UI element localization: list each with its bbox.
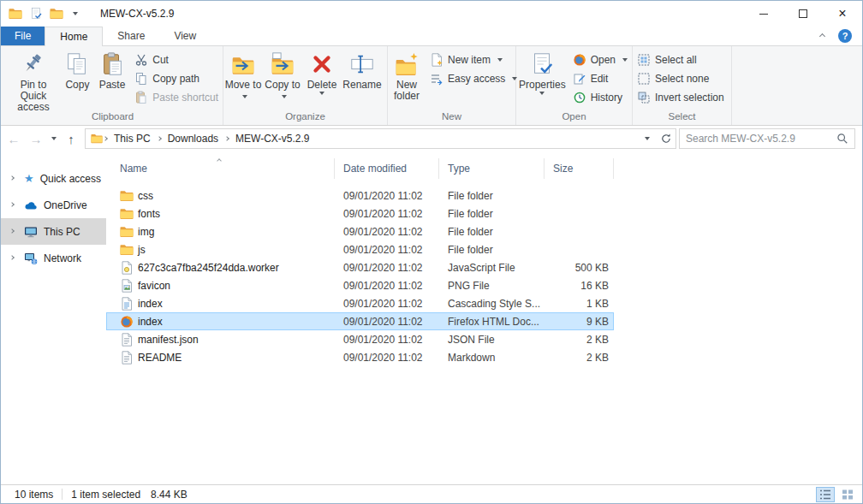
qat-customize-chevron-icon[interactable] (73, 12, 78, 15)
edit-button[interactable]: Edit (568, 69, 632, 88)
copy-to-label: Copy to (265, 79, 300, 91)
new-item-button[interactable]: New item (426, 50, 521, 69)
sidebar-item-onedrive[interactable]: OneDrive (1, 192, 106, 218)
properties-button[interactable]: Properties (516, 48, 568, 110)
thumbnails-view-icon (841, 488, 854, 501)
cut-icon (134, 53, 148, 67)
table-row[interactable]: 627c3ca7fba245f24dda.worker 09/01/2020 1… (106, 258, 614, 276)
address-bar[interactable]: This PC Downloads MEW-CX-v5.2.9 (85, 128, 676, 149)
expander-chevron-icon[interactable] (9, 175, 15, 181)
move-to-button[interactable]: Move to (223, 48, 263, 110)
expander-chevron-icon[interactable] (9, 228, 15, 234)
table-row[interactable]: favicon 09/01/2020 11:02 PNG File 16 KB (106, 276, 614, 294)
file-date: 09/01/2020 11:02 (335, 280, 439, 292)
rename-button[interactable]: Rename (342, 48, 383, 110)
search-box (679, 128, 855, 149)
new-folder-shortcut-icon[interactable] (50, 7, 63, 21)
expander-chevron-icon[interactable] (9, 255, 15, 260)
table-row[interactable]: img 09/01/2020 11:02 File folder (106, 222, 614, 240)
select-all-icon (637, 53, 651, 67)
new-item-label: New item (448, 54, 491, 66)
tab-file[interactable]: File (1, 27, 45, 45)
search-icon[interactable] (836, 133, 848, 145)
copy-path-button[interactable]: Copy path (130, 69, 223, 88)
items-count: 10 items (15, 489, 53, 501)
column-header-type[interactable]: Type (439, 158, 545, 179)
copy-label: Copy (65, 80, 89, 91)
column-header-size[interactable]: Size (545, 158, 614, 179)
column-header-date-modified[interactable]: Date modified (335, 158, 439, 179)
delete-icon (309, 51, 335, 77)
folder-icon (120, 207, 134, 221)
history-button[interactable]: History (568, 88, 632, 107)
pin-to-quick-access-button[interactable]: Pin to Quick access (6, 48, 61, 110)
refresh-button[interactable] (657, 129, 676, 148)
tab-home[interactable]: Home (45, 27, 103, 46)
chevron-down-icon (319, 92, 324, 95)
table-row[interactable]: fonts 09/01/2020 11:02 File folder (106, 205, 614, 222)
invert-selection-button[interactable]: Invert selection (633, 88, 729, 107)
sidebar-item-label: This PC (44, 226, 80, 238)
breadcrumb-this-pc[interactable]: This PC (108, 133, 157, 145)
file-name: manifest.json (138, 334, 199, 346)
sidebar-item-this-pc[interactable]: This PC (1, 218, 106, 245)
minimize-button[interactable] (744, 1, 783, 27)
recent-locations-button[interactable] (47, 127, 60, 150)
help-icon[interactable]: ? (838, 29, 852, 43)
copy-button[interactable]: Copy (61, 48, 94, 110)
open-button[interactable]: Open (568, 50, 632, 69)
sidebar-item-network[interactable]: Network (1, 245, 106, 271)
table-row[interactable]: js 09/01/2020 11:02 File folder (106, 240, 614, 258)
sidebar-item-label: Network (44, 252, 81, 264)
maximize-button[interactable] (783, 1, 823, 27)
sidebar-item-quick-access[interactable]: ★ Quick access (1, 165, 106, 192)
file-type: Markdown (439, 352, 545, 364)
tab-view[interactable]: View (159, 27, 211, 45)
window-title: MEW-CX-v5.2.9 (100, 8, 174, 20)
delete-button[interactable]: Delete (302, 48, 342, 110)
table-row[interactable]: css 09/01/2020 11:02 File folder (106, 187, 614, 205)
breadcrumb-downloads[interactable]: Downloads (162, 133, 224, 145)
chevron-down-icon (51, 137, 57, 140)
chevron-right-icon (158, 137, 161, 140)
file-type: File folder (439, 244, 545, 256)
thumbnails-view-button[interactable] (838, 487, 857, 502)
tab-share[interactable]: Share (103, 27, 159, 45)
navigation-pane: ★ Quick access OneDrive This PC Network (1, 151, 106, 484)
delete-label: Delete (307, 80, 337, 91)
properties-shortcut-icon[interactable] (29, 7, 43, 21)
copy-path-icon (134, 72, 148, 86)
file-name: README (138, 352, 182, 364)
copy-to-icon (270, 51, 295, 77)
table-row[interactable]: README 09/01/2020 11:02 Markdown 2 KB (106, 348, 614, 366)
new-group-label: New (388, 110, 515, 125)
breadcrumb-current-folder[interactable]: MEW-CX-v5.2.9 (229, 133, 315, 145)
invert-selection-label: Invert selection (655, 92, 724, 104)
search-input[interactable] (680, 133, 835, 145)
easy-access-label: Easy access (448, 73, 505, 85)
pin-icon (21, 51, 46, 77)
paste-shortcut-button[interactable]: Paste shortcut (130, 88, 223, 107)
table-row-selected[interactable]: index 09/01/2020 11:02 Firefox HTML Doc.… (106, 312, 614, 330)
forward-button[interactable]: → (25, 127, 47, 150)
file-size: 2 KB (545, 352, 614, 364)
copy-to-button[interactable]: Copy to (263, 48, 302, 110)
explorer-window: MEW-CX-v5.2.9 × File Home Share View ? P… (0, 0, 863, 504)
table-row[interactable]: manifest.json 09/01/2020 11:02 JSON File… (106, 330, 614, 348)
expander-chevron-icon[interactable] (9, 202, 15, 207)
up-button[interactable]: ↑ (60, 127, 82, 150)
table-row[interactable]: index 09/01/2020 11:02 Cascading Style S… (106, 294, 614, 312)
cut-button[interactable]: Cut (130, 50, 223, 69)
easy-access-button[interactable]: Easy access (426, 69, 521, 88)
address-dropdown-button[interactable] (638, 129, 657, 148)
collapse-ribbon-icon[interactable] (819, 33, 825, 39)
select-all-button[interactable]: Select all (633, 50, 729, 69)
select-none-icon (637, 72, 651, 86)
details-view-button[interactable] (816, 487, 835, 502)
close-button[interactable]: × (823, 1, 862, 27)
back-button[interactable]: ← (3, 127, 25, 150)
ribbon-group-select: Select all Select none Invert selection … (633, 46, 732, 125)
paste-button[interactable]: Paste (94, 48, 130, 110)
new-folder-button[interactable]: New folder (388, 48, 426, 110)
select-none-button[interactable]: Select none (633, 69, 729, 88)
